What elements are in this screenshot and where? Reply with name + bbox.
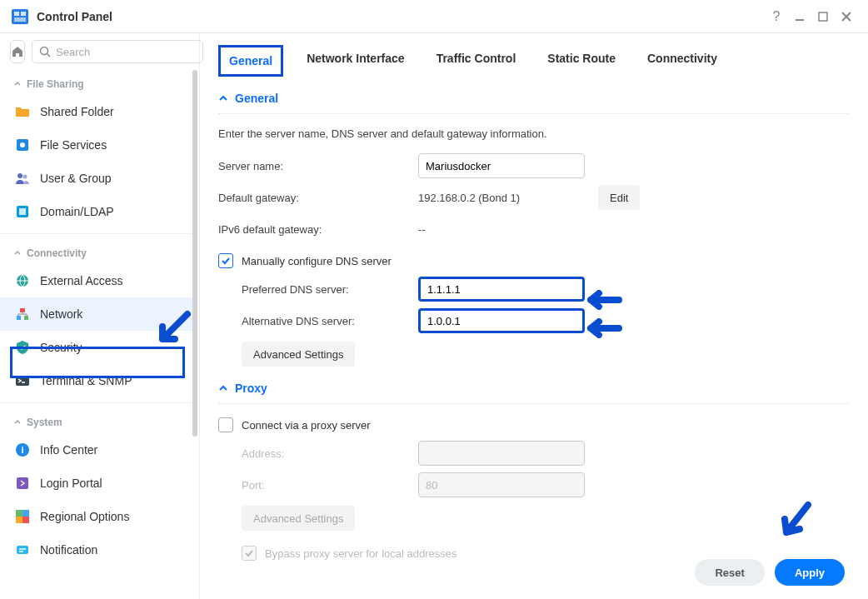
sidebar-item-notification[interactable]: Notification [0,533,194,567]
svg-point-8 [41,47,48,55]
svg-rect-17 [20,308,25,312]
server-name-input[interactable] [418,153,585,178]
info-icon: i [13,441,32,459]
sidebar-item-label: Network [40,307,82,321]
app-icon [10,7,30,27]
gateway-value: 192.168.0.2 (Bond 1) [418,192,585,204]
svg-rect-32 [22,517,29,523]
proxy-port-input [418,472,585,497]
domain-icon [13,202,32,221]
section-file-sharing[interactable]: File Sharing [0,70,194,95]
tab-general[interactable]: General [218,45,283,77]
section-description: Enter the server name, DNS server and de… [218,114,850,152]
search-input[interactable] [56,46,196,58]
close-button[interactable] [835,5,858,28]
preferred-dns-input[interactable] [418,277,585,302]
section-label: Connectivity [27,247,87,259]
sidebar-item-label: External Access [40,274,123,287]
tab-network-interface[interactable]: Network Interface [298,45,412,77]
section-connectivity[interactable]: Connectivity [0,239,194,264]
sidebar-item-terminal-snmp[interactable]: Terminal & SNMP [0,364,194,397]
titlebar: Control Panel ? [0,0,868,33]
sidebar-item-label: Notification [40,543,97,557]
svg-rect-19 [24,316,28,320]
svg-rect-15 [19,208,26,215]
file-services-icon [13,136,32,154]
section-proxy-toggle[interactable]: Proxy [218,382,850,404]
svg-rect-29 [16,510,22,517]
sidebar-item-user-group[interactable]: User & Group [0,162,194,195]
edit-gateway-button[interactable]: Edit [598,185,640,210]
svg-rect-18 [17,316,21,320]
svg-rect-2 [21,12,26,16]
scrollbar-thumb[interactable] [192,70,197,437]
svg-text:i: i [21,445,23,455]
reset-button[interactable]: Reset [695,559,764,586]
tab-static-route[interactable]: Static Route [539,45,624,77]
sidebar-item-label: User & Group [40,172,112,185]
svg-rect-1 [14,12,19,16]
section-heading: General [235,92,278,105]
svg-point-13 [23,175,27,179]
sidebar-item-file-services[interactable]: File Services [0,128,194,162]
manual-dns-label: Manually configure DNS server [242,255,392,267]
chevron-up-icon [218,93,228,103]
sidebar-item-shared-folder[interactable]: Shared Folder [0,95,194,128]
dns-advanced-settings-button[interactable]: Advanced Settings [242,342,355,367]
proxy-address-input [418,441,585,466]
help-button[interactable]: ? [765,5,788,28]
sidebar-item-label: Shared Folder [40,105,114,118]
sidebar-item-external-access[interactable]: External Access [0,264,194,297]
external-access-icon [13,272,32,290]
svg-point-12 [17,173,22,178]
sidebar-item-label: Security [40,341,82,354]
bypass-proxy-label: Bypass proxy server for local addresses [265,547,456,560]
proxy-connect-checkbox[interactable] [218,417,233,432]
proxy-port-label: Port: [218,479,418,492]
sidebar-item-label: Info Center [40,443,97,457]
section-heading: Proxy [235,382,267,395]
section-label: File Sharing [27,78,84,90]
svg-rect-3 [14,17,26,22]
terminal-icon [13,372,32,390]
svg-point-11 [20,142,25,147]
minimize-button[interactable] [788,5,811,28]
manual-dns-checkbox[interactable] [218,253,233,268]
alt-dns-label: Alternative DNS server: [218,315,418,327]
proxy-advanced-settings-button: Advanced Settings [242,506,355,531]
section-system[interactable]: System [0,408,194,433]
svg-rect-0 [12,9,28,24]
proxy-connect-label: Connect via a proxy server [242,419,371,432]
network-icon [13,305,32,323]
maximize-button[interactable] [811,5,835,28]
svg-rect-30 [22,510,29,517]
sidebar-item-regional-options[interactable]: Regional Options [0,500,194,533]
sidebar-item-label: Login Portal [40,477,102,490]
proxy-address-label: Address: [218,447,418,460]
sidebar-item-login-portal[interactable]: Login Portal [0,467,194,500]
ipv6-value: -- [418,223,426,236]
section-label: System [27,417,62,428]
sidebar-item-label: File Services [40,138,107,152]
svg-line-9 [47,54,51,57]
tab-connectivity[interactable]: Connectivity [639,45,726,77]
sidebar-item-security[interactable]: Security [0,331,194,364]
alternative-dns-input[interactable] [418,308,585,333]
section-general-toggle[interactable]: General [218,92,850,114]
tab-traffic-control[interactable]: Traffic Control [428,45,525,77]
gateway-label: Default gateway: [218,192,418,204]
sidebar-item-info-center[interactable]: i Info Center [0,433,194,467]
login-portal-icon [13,474,32,492]
sidebar: File Sharing Shared Folder File Services… [0,33,200,599]
sidebar-item-domain-ldap[interactable]: Domain/LDAP [0,195,194,228]
main-panel: General Network Interface Traffic Contro… [200,33,868,599]
tabs: General Network Interface Traffic Contro… [200,33,868,77]
sidebar-item-label: Domain/LDAP [40,205,114,218]
search-box[interactable] [32,40,203,63]
footer: Reset Apply [695,559,845,586]
home-button[interactable] [10,40,25,63]
svg-rect-31 [16,517,22,523]
apply-button[interactable]: Apply [775,559,845,586]
svg-rect-24 [16,376,29,386]
sidebar-item-network[interactable]: Network [0,297,194,331]
